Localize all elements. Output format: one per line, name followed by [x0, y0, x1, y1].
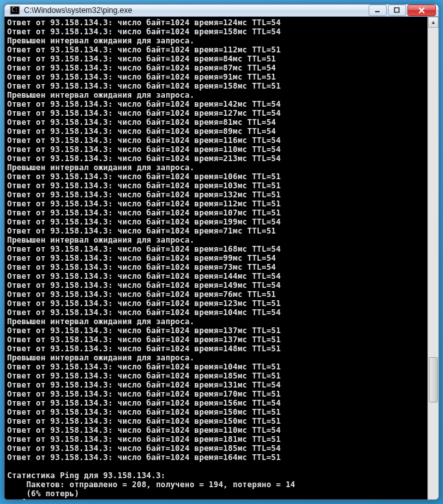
maximize-button[interactable]: [388, 5, 406, 16]
app-icon: C:: [10, 5, 20, 16]
close-button[interactable]: [407, 5, 436, 16]
console-output[interactable]: Ответ от 93.158.134.3: число байт=1024 в…: [5, 17, 427, 500]
window-title: C:\Windows\system32\ping.exe: [24, 6, 367, 15]
svg-text:C:: C:: [12, 7, 18, 13]
console-area: Ответ от 93.158.134.3: число байт=1024 в…: [5, 17, 438, 500]
window-controls: [367, 5, 436, 16]
scrollbar-track[interactable]: [428, 28, 438, 500]
vertical-scrollbar[interactable]: ▲ ▼: [427, 17, 438, 500]
scrollbar-thumb[interactable]: [429, 357, 438, 402]
title-bar[interactable]: C: C:\Windows\system32\ping.exe: [5, 5, 438, 17]
scroll-up-button[interactable]: ▲: [428, 17, 438, 28]
minimize-button[interactable]: [369, 5, 387, 16]
svg-rect-3: [394, 8, 399, 12]
command-prompt-window: C: C:\Windows\system32\ping.exe Ответ от…: [4, 4, 439, 500]
